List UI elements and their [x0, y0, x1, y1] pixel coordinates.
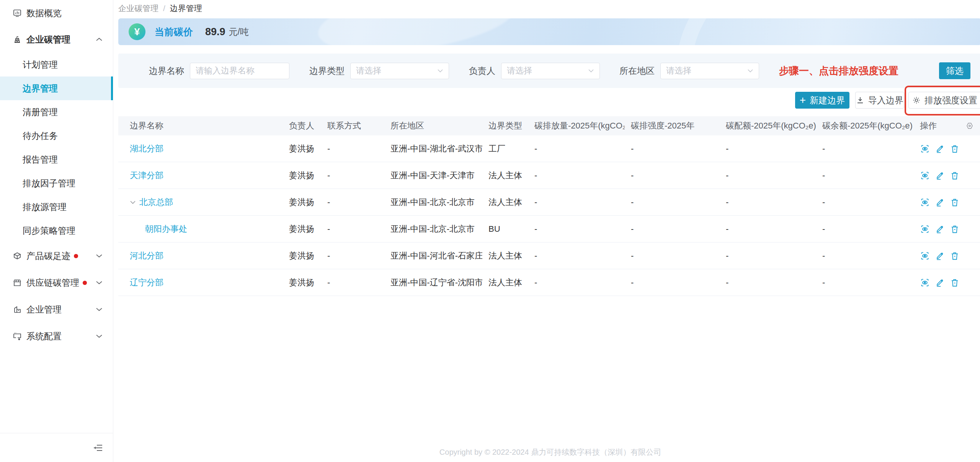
- table-header: 边界名称 负责人 联系方式 所在地区 边界类型 碳排放量-2025年(kgCO₂…: [118, 116, 980, 135]
- sidebar-item-emission-factor-mgmt[interactable]: 排放因子管理: [0, 171, 113, 195]
- balance-cell: -: [816, 144, 914, 154]
- delete-icon[interactable]: [950, 251, 959, 261]
- main-content: 企业碳管理 / 边界管理 ¥ 当前碳价 89.9 元/吨 边界名称 边界类型 请…: [113, 0, 980, 462]
- emission-cell: -: [528, 251, 625, 261]
- carbon-price-banner: ¥ 当前碳价 89.9 元/吨: [118, 18, 980, 45]
- sidebar-item-todo-tasks[interactable]: 待办任务: [0, 124, 113, 148]
- boundary-name-link[interactable]: 湖北分部: [130, 143, 163, 155]
- sidebar-group-label: 产品碳足迹: [26, 250, 70, 262]
- filter-label: 所在地区: [619, 65, 655, 77]
- sidebar: 数据概览 企业碳管理 计划管理 边界管理 清册管理 待办任务 报告管理: [0, 0, 113, 462]
- sidebar-item-plan-mgmt[interactable]: 计划管理: [0, 53, 113, 76]
- quota-cell: -: [720, 278, 816, 288]
- delete-icon[interactable]: [950, 171, 959, 181]
- region-cell: 亚洲-中国-北京-北京市: [384, 197, 482, 208]
- table-row: 河北分部 姜洪扬 - 亚洲-中国-河北省-石家庄市 法人主体 - - - -: [118, 242, 980, 269]
- collapse-sidebar-icon[interactable]: [93, 444, 103, 452]
- region-cell: 亚洲-中国-北京-北京市: [384, 223, 482, 235]
- sidebar-group-enterprise-mgmt[interactable]: 企业管理: [0, 296, 113, 323]
- boundary-name-link[interactable]: 北京总部: [139, 197, 173, 208]
- chevron-down-icon: [747, 69, 753, 73]
- boundary-name-link[interactable]: 天津分部: [130, 170, 163, 181]
- sidebar-item-data-overview[interactable]: 数据概览: [0, 0, 113, 26]
- sidebar-group-label: 企业管理: [26, 304, 62, 316]
- edit-icon[interactable]: [935, 251, 945, 261]
- type-cell: 法人主体: [482, 250, 528, 262]
- column-settings-icon[interactable]: [959, 121, 974, 130]
- view-icon[interactable]: [920, 224, 930, 234]
- intensity-cell: -: [625, 278, 720, 288]
- edit-icon[interactable]: [935, 278, 945, 288]
- boundary-name-link[interactable]: 河北分部: [130, 250, 163, 262]
- balance-cell: -: [816, 278, 914, 288]
- emission-intensity-settings-button[interactable]: 排放强度设置: [908, 92, 980, 109]
- boundary-type-select[interactable]: 请选择: [350, 63, 449, 79]
- chevron-down-icon: [588, 69, 594, 73]
- boundary-name-input[interactable]: [190, 63, 289, 79]
- intensity-cell: -: [625, 171, 720, 181]
- sidebar-group-supply-chain[interactable]: 供应链碳管理: [0, 269, 113, 296]
- sidebar-item-emission-source-mgmt[interactable]: 排放源管理: [0, 195, 113, 219]
- delete-icon[interactable]: [950, 197, 959, 207]
- delete-icon[interactable]: [950, 278, 959, 288]
- contact-cell: -: [321, 144, 384, 154]
- emission-cell: -: [528, 278, 625, 288]
- create-boundary-button[interactable]: + 新建边界: [795, 92, 849, 109]
- sidebar-item-boundary-mgmt[interactable]: 边界管理: [0, 76, 113, 100]
- edit-icon[interactable]: [935, 224, 945, 234]
- boundary-name-link[interactable]: 朝阳办事处: [145, 223, 187, 235]
- type-cell: 工厂: [482, 143, 528, 155]
- boundary-table: 边界名称 负责人 联系方式 所在地区 边界类型 碳排放量-2025年(kgCO₂…: [118, 116, 980, 296]
- scale-icon: [13, 35, 22, 44]
- sidebar-group-system-config[interactable]: 系统配置: [0, 323, 113, 350]
- region-select[interactable]: 请选择: [660, 63, 759, 79]
- quota-cell: -: [720, 144, 816, 154]
- expand-caret-icon[interactable]: [130, 200, 136, 204]
- sidebar-item-inventory-mgmt[interactable]: 清册管理: [0, 100, 113, 124]
- delete-icon[interactable]: [950, 144, 959, 154]
- filter-button[interactable]: 筛选: [939, 62, 970, 79]
- dashboard-icon: [13, 8, 22, 18]
- breadcrumb-parent[interactable]: 企业碳管理: [118, 3, 158, 14]
- view-icon[interactable]: [920, 278, 930, 288]
- region-cell: 亚洲-中国-辽宁省-沈阳市: [384, 277, 482, 288]
- chevron-down-icon: [95, 334, 103, 338]
- notification-dot: [74, 254, 78, 258]
- edit-icon[interactable]: [935, 197, 945, 207]
- delete-icon[interactable]: [950, 224, 959, 234]
- carbon-price-value: 89.9: [205, 26, 225, 38]
- chevron-down-icon: [437, 69, 443, 73]
- contact-cell: -: [321, 278, 384, 288]
- owner-select[interactable]: 请选择: [501, 63, 600, 79]
- sidebar-item-report-mgmt[interactable]: 报告管理: [0, 148, 113, 171]
- column-header: 碳排强度-2025年: [625, 120, 720, 132]
- column-header: 边界名称: [118, 120, 283, 132]
- boundary-name-link[interactable]: 辽宁分部: [130, 277, 163, 288]
- filter-bar: 边界名称 边界类型 请选择 负责人 请选择: [118, 54, 980, 88]
- view-icon[interactable]: [920, 197, 930, 207]
- sidebar-item-label: 同步策略管理: [23, 225, 75, 237]
- toolbar: + 新建边界 导入边界: [118, 92, 980, 109]
- import-boundary-button[interactable]: 导入边界: [855, 92, 904, 109]
- owner-cell: 姜洪扬: [283, 223, 321, 235]
- view-icon[interactable]: [920, 171, 930, 181]
- type-cell: 法人主体: [482, 197, 528, 208]
- emission-cell: -: [528, 224, 625, 234]
- sidebar-item-sync-strategy-mgmt[interactable]: 同步策略管理: [0, 219, 113, 242]
- balance-cell: -: [816, 197, 914, 207]
- balance-cell: -: [816, 251, 914, 261]
- intensity-button-wrap: 排放强度设置: [908, 92, 980, 109]
- edit-icon[interactable]: [935, 144, 945, 154]
- filter-owner: 负责人 请选择: [469, 63, 600, 79]
- emission-cell: -: [528, 144, 625, 154]
- sidebar-group-product-footprint[interactable]: 产品碳足迹: [0, 242, 113, 269]
- table-row: 天津分部 姜洪扬 - 亚洲-中国-天津-天津市 法人主体 - - - -: [118, 162, 980, 189]
- edit-icon[interactable]: [935, 171, 945, 181]
- view-icon[interactable]: [920, 251, 930, 261]
- sidebar-group-label: 供应链碳管理: [26, 277, 79, 289]
- sidebar-item-label: 排放因子管理: [23, 177, 75, 189]
- sidebar-group-carbon-mgmt[interactable]: 企业碳管理: [0, 26, 113, 53]
- app-window: 数据概览 企业碳管理 计划管理 边界管理 清册管理 待办任务 报告管理: [0, 0, 980, 462]
- column-header: 联系方式: [321, 120, 384, 132]
- view-icon[interactable]: [920, 144, 930, 154]
